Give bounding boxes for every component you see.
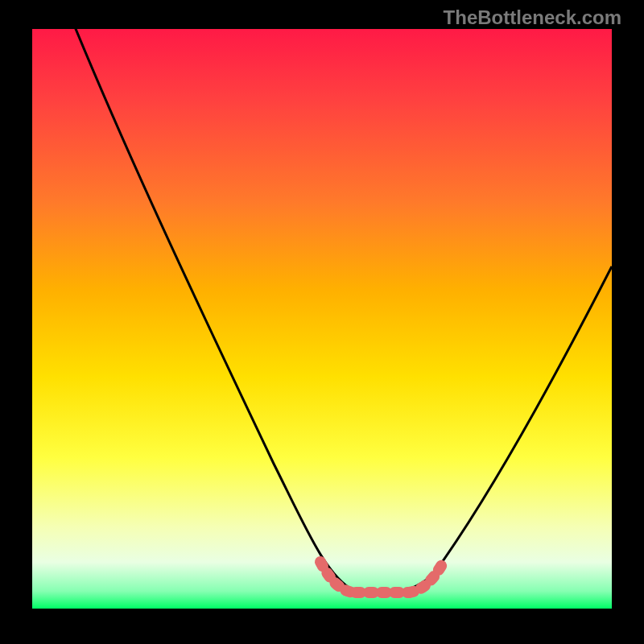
optimal-band-right	[409, 560, 444, 592]
bottleneck-curve-svg	[32, 29, 612, 609]
chart-plot-area	[32, 29, 612, 609]
watermark-text: TheBottleneck.com	[444, 6, 621, 29]
bottleneck-curve-path	[74, 29, 612, 594]
